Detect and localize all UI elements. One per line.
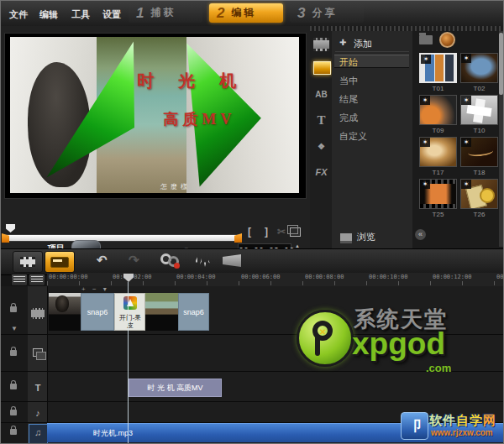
videostudio-window: 文件 编辑 工具 设置 1 捕获 2 编辑 3 分享 时 光 机 高质MV 怎麼…: [0, 0, 504, 444]
filter-fx-icon[interactable]: FX: [313, 165, 329, 179]
gallery-scrollbar-thumb[interactable]: [499, 33, 503, 95]
redo-icon[interactable]: ↷: [129, 253, 139, 268]
folder-icon[interactable]: [419, 35, 433, 44]
music-track-icon[interactable]: ♫: [31, 427, 45, 438]
lock-icon[interactable]: [10, 429, 17, 435]
template-thumb-t26[interactable]: ✶: [460, 179, 498, 209]
instant-project-icon[interactable]: [313, 61, 331, 75]
divider: [1, 401, 504, 402]
video-clip-snap6[interactable]: snap6: [81, 293, 114, 331]
clock-wheel-icon[interactable]: [439, 32, 455, 48]
ruler-label: 00:00:00:00: [49, 274, 87, 280]
star-badge-icon: ✶: [420, 138, 430, 147]
star-badge-icon: ✶: [420, 96, 430, 105]
template-thumb-t25[interactable]: ✶: [419, 179, 457, 209]
timeline-icon: [50, 257, 69, 268]
tab-capture-label: 捕获: [150, 6, 176, 20]
timeline-toolbar: [1, 248, 504, 275]
category-end[interactable]: 结尾: [334, 92, 409, 106]
video-clip-thumbnail[interactable]: [145, 293, 178, 331]
ruler-ticks: [47, 281, 504, 285]
lock-icon[interactable]: [10, 410, 17, 415]
menu-settings[interactable]: 设置: [102, 8, 121, 21]
template-thumb-t09[interactable]: ✶: [419, 95, 457, 125]
transition-effect-icon: [123, 296, 137, 310]
xpgod-logo-icon: ✕: [297, 310, 354, 367]
track-view-list-button[interactable]: [29, 274, 45, 286]
template-label: T25: [419, 211, 457, 218]
voice-track-icon[interactable]: ♪: [31, 408, 45, 419]
category-begin[interactable]: 开始: [334, 55, 409, 68]
storyboard-view-button[interactable]: [13, 251, 43, 273]
rjzxw-watermark: 卩 软件自学网 www.rjzxw.com: [394, 409, 504, 444]
template-label: T02: [460, 85, 498, 92]
media-library-icon[interactable]: [313, 38, 329, 51]
star-badge-icon: ✶: [461, 138, 471, 147]
template-thumb-t01[interactable]: ✶: [419, 53, 457, 83]
tab-share-number: 3: [297, 5, 305, 22]
category-custom[interactable]: 自定义: [334, 129, 409, 143]
mark-in-button[interactable]: [: [243, 226, 256, 238]
transition-icon[interactable]: AB: [313, 88, 329, 102]
star-badge-icon: ✶: [461, 96, 471, 105]
menu-file[interactable]: 文件: [9, 8, 28, 21]
film-list-icon: [13, 276, 25, 282]
template-thumb-t10[interactable]: ✶: [460, 95, 498, 125]
watermark-en-text: xpgod: [352, 326, 445, 362]
template-thumb-t18[interactable]: ✶: [460, 137, 498, 167]
template-label: T09: [419, 127, 457, 134]
preview-panel: 时 光 机 高质MV 怎麼樣 [ ] ✂ 项目 素材 |◀ ◀| |▶ ▶| ↻…: [1, 26, 311, 248]
template-label: T10: [460, 127, 498, 134]
track-view-film-button[interactable]: [11, 274, 28, 286]
browse-button[interactable]: 浏览: [357, 231, 375, 243]
video-track-icon[interactable]: [31, 308, 45, 319]
title-clip[interactable]: 时 光 机 高质MV: [129, 379, 222, 397]
lock-icon[interactable]: [10, 350, 17, 356]
video-clip-snap6[interactable]: snap6: [178, 293, 209, 331]
ruler-label: 00:00:10:00: [369, 274, 407, 280]
tab-capture[interactable]: 1 捕获: [129, 3, 202, 23]
menu-edit[interactable]: 编辑: [39, 8, 58, 21]
transition-label: 开门-果皮: [116, 314, 144, 329]
video-clip-thumbnail[interactable]: [49, 293, 81, 331]
track-manager-icon[interactable]: [10, 306, 17, 312]
star-badge-icon: ✶: [461, 180, 471, 189]
timeline-view-button[interactable]: [45, 251, 75, 273]
divider: [335, 51, 409, 52]
watermark-tld-text: .com: [426, 362, 451, 374]
chevron-down-icon[interactable]: ▼: [11, 325, 18, 332]
transition-clip[interactable]: 开门-果皮: [114, 293, 145, 331]
timeline-playhead-line: [128, 282, 129, 444]
music-clip-label: 时光机.mp3: [93, 429, 133, 437]
script-text-decoration: [468, 146, 494, 157]
add-template-button[interactable]: 添加: [354, 38, 372, 50]
record-dot: [174, 263, 180, 269]
rjzxw-part1: 软件: [429, 413, 456, 427]
overlay-track-icon[interactable]: [33, 348, 43, 357]
menu-tools[interactable]: 工具: [71, 8, 90, 21]
collapse-panel-icon[interactable]: «: [415, 229, 426, 240]
title-track-icon[interactable]: T: [31, 383, 45, 394]
template-label: T01: [419, 85, 457, 92]
mark-out-button[interactable]: ]: [260, 226, 273, 238]
title-icon[interactable]: T: [313, 113, 329, 127]
star-badge-icon: ✶: [461, 54, 471, 63]
tab-edit[interactable]: 2 编辑: [209, 3, 283, 23]
ruler-label: 00:0: [496, 274, 504, 280]
track-zoom-tools[interactable]: + − ▾: [81, 285, 109, 293]
lock-icon[interactable]: [10, 384, 17, 389]
category-middle[interactable]: 当中: [334, 74, 409, 87]
ruler-label: 00:00:06:00: [241, 274, 280, 280]
template-thumb-t02[interactable]: ✶: [460, 53, 498, 83]
undo-icon[interactable]: ↶: [97, 253, 108, 268]
graphic-icon[interactable]: ❖: [313, 140, 329, 154]
trim-bar[interactable]: [4, 234, 239, 242]
rjzxw-url: www.rjzxw.com: [431, 428, 493, 437]
template-thumb-t17[interactable]: ✶: [419, 137, 457, 167]
video-caption: 怎麼樣: [160, 182, 191, 191]
tab-share[interactable]: 3 分享: [290, 3, 364, 23]
scrubber-playhead[interactable]: [6, 224, 15, 232]
category-complete[interactable]: 完成: [334, 111, 409, 124]
split-clip-icon[interactable]: ✂: [275, 226, 288, 238]
enlarge-preview-icon[interactable]: [290, 227, 301, 237]
